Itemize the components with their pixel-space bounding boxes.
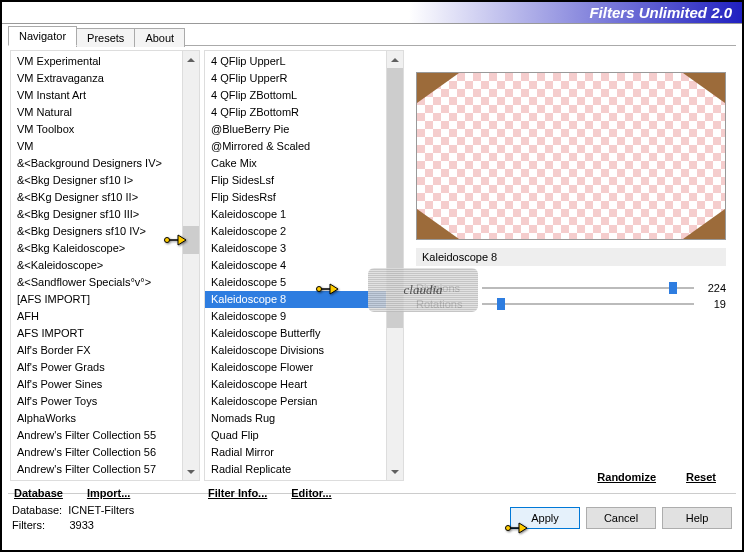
list-item[interactable]: @Mirrored & Scaled bbox=[205, 138, 386, 155]
scroll-thumb[interactable] bbox=[183, 226, 199, 254]
preview-links: Randomize Reset bbox=[408, 465, 734, 489]
scroll-up-icon[interactable] bbox=[183, 51, 199, 68]
list-item[interactable]: AFH bbox=[11, 308, 182, 325]
list-item[interactable]: @BlueBerry Pie bbox=[205, 121, 386, 138]
list-item[interactable]: &<Bkg Kaleidoscope> bbox=[11, 240, 182, 257]
list-item[interactable]: VM Extravaganza bbox=[11, 70, 182, 87]
filter-links: Filter Info... Editor... bbox=[204, 481, 404, 505]
list-item[interactable]: Kaleidoscope 9 bbox=[205, 308, 386, 325]
link-editor[interactable]: Editor... bbox=[291, 487, 331, 499]
list-item[interactable]: VM Experimental bbox=[11, 53, 182, 70]
category-list[interactable]: VM ExperimentalVM ExtravaganzaVM Instant… bbox=[11, 51, 182, 480]
list-item[interactable]: Andrew's Filter Collection 56 bbox=[11, 444, 182, 461]
link-filter-info[interactable]: Filter Info... bbox=[208, 487, 267, 499]
category-column: VM ExperimentalVM ExtravaganzaVM Instant… bbox=[8, 46, 202, 493]
list-item[interactable]: 4 QFlip UpperL bbox=[205, 53, 386, 70]
link-import[interactable]: Import... bbox=[87, 487, 130, 499]
scroll-down-icon[interactable] bbox=[387, 463, 403, 480]
scrollbar-categories[interactable] bbox=[182, 51, 199, 480]
controls-panel: Kaleidoscope 8 Divisions224Rotations19 bbox=[408, 248, 734, 314]
list-item[interactable]: Flip SidesLsf bbox=[205, 172, 386, 189]
scroll-thumb[interactable] bbox=[387, 68, 403, 328]
list-item[interactable]: &<Bkg Designers sf10 IV> bbox=[11, 223, 182, 240]
category-links: Database Import... bbox=[10, 481, 200, 505]
preview-column: Kaleidoscope 8 Divisions224Rotations19 R… bbox=[406, 46, 736, 493]
list-item[interactable]: Kaleidoscope 8 bbox=[205, 291, 386, 308]
list-item[interactable]: AlphaWorks bbox=[11, 410, 182, 427]
list-item[interactable]: Flip SidesRsf bbox=[205, 189, 386, 206]
link-randomize[interactable]: Randomize bbox=[597, 471, 656, 483]
list-item[interactable]: Alf's Power Sines bbox=[11, 376, 182, 393]
slider-thumb[interactable] bbox=[497, 298, 505, 310]
list-item[interactable]: Radial Mirror bbox=[205, 444, 386, 461]
tab-presets[interactable]: Presets bbox=[76, 28, 135, 47]
list-item[interactable]: 4 QFlip ZBottomL bbox=[205, 87, 386, 104]
list-item[interactable]: 4 QFlip ZBottomR bbox=[205, 104, 386, 121]
tab-navigator[interactable]: Navigator bbox=[8, 26, 77, 46]
list-item[interactable]: Kaleidoscope 2 bbox=[205, 223, 386, 240]
list-item[interactable]: Kaleidoscope 3 bbox=[205, 240, 386, 257]
list-item[interactable]: Kaleidoscope 5 bbox=[205, 274, 386, 291]
list-item[interactable]: Kaleidoscope Flower bbox=[205, 359, 386, 376]
cancel-button[interactable]: Cancel bbox=[586, 507, 656, 529]
list-item[interactable]: [AFS IMPORT] bbox=[11, 291, 182, 308]
list-item[interactable]: &<Bkg Designer sf10 III> bbox=[11, 206, 182, 223]
filter-list[interactable]: 4 QFlip UpperL4 QFlip UpperR4 QFlip ZBot… bbox=[205, 51, 386, 480]
list-item[interactable]: VM Instant Art bbox=[11, 87, 182, 104]
list-item[interactable]: Andrew's Filter Collection 57 bbox=[11, 461, 182, 478]
list-item[interactable]: Alf's Border FX bbox=[11, 342, 182, 359]
app-title: Filters Unlimited 2.0 bbox=[589, 4, 732, 21]
scroll-track[interactable] bbox=[387, 68, 403, 463]
slider-value: 224 bbox=[700, 282, 726, 294]
slider-row: Divisions224 bbox=[416, 282, 726, 294]
list-item[interactable]: Andrew's Filter Collection 55 bbox=[11, 427, 182, 444]
tab-about[interactable]: About bbox=[134, 28, 185, 47]
list-item[interactable]: Nomads Rug bbox=[205, 410, 386, 427]
list-item[interactable]: Kaleidoscope Divisions bbox=[205, 342, 386, 359]
list-item[interactable]: AFS IMPORT bbox=[11, 325, 182, 342]
list-item[interactable]: Kaleidoscope Butterfly bbox=[205, 325, 386, 342]
help-button[interactable]: Help bbox=[662, 507, 732, 529]
slider-thumb[interactable] bbox=[669, 282, 677, 294]
scroll-up-icon[interactable] bbox=[387, 51, 403, 68]
slider-label: Rotations bbox=[416, 298, 476, 310]
link-reset[interactable]: Reset bbox=[686, 471, 716, 483]
filter-column: 4 QFlip UpperL4 QFlip UpperR4 QFlip ZBot… bbox=[202, 46, 406, 493]
scroll-down-icon[interactable] bbox=[183, 463, 199, 480]
list-item[interactable]: &<Sandflower Specials°v°> bbox=[11, 274, 182, 291]
list-item[interactable]: 4 QFlip UpperR bbox=[205, 70, 386, 87]
status-text: Database: ICNET-Filters Filters: 3933 bbox=[12, 503, 510, 533]
preview-image bbox=[416, 72, 726, 240]
list-item[interactable]: Kaleidoscope Persian bbox=[205, 393, 386, 410]
list-item[interactable]: &<Background Designers IV> bbox=[11, 155, 182, 172]
slider-value: 19 bbox=[700, 298, 726, 310]
filter-name-label: Kaleidoscope 8 bbox=[416, 248, 726, 266]
list-item[interactable]: Quad Flip bbox=[205, 427, 386, 444]
scroll-track[interactable] bbox=[183, 68, 199, 463]
slider-row: Rotations19 bbox=[416, 298, 726, 310]
title-bar: Filters Unlimited 2.0 bbox=[2, 2, 742, 24]
list-item[interactable]: VM Natural bbox=[11, 104, 182, 121]
list-item[interactable]: &<Bkg Designer sf10 I> bbox=[11, 172, 182, 189]
apply-button[interactable]: Apply bbox=[510, 507, 580, 529]
list-item[interactable]: Alf's Power Grads bbox=[11, 359, 182, 376]
main-panel: VM ExperimentalVM ExtravaganzaVM Instant… bbox=[8, 45, 736, 493]
list-item[interactable]: Radial Replicate bbox=[205, 461, 386, 478]
list-item[interactable]: Kaleidoscope Heart bbox=[205, 376, 386, 393]
list-item[interactable]: Cake Mix bbox=[205, 155, 386, 172]
list-item[interactable]: &<BKg Designer sf10 II> bbox=[11, 189, 182, 206]
slider-track[interactable] bbox=[482, 303, 694, 305]
list-item[interactable]: &<Kaleidoscope> bbox=[11, 257, 182, 274]
list-item[interactable]: Alf's Power Toys bbox=[11, 393, 182, 410]
slider-label: Divisions bbox=[416, 282, 476, 294]
list-item[interactable]: Kaleidoscope 1 bbox=[205, 206, 386, 223]
list-item[interactable]: VM bbox=[11, 138, 182, 155]
tab-strip: Navigator Presets About bbox=[8, 26, 742, 45]
link-database[interactable]: Database bbox=[14, 487, 63, 499]
list-item[interactable]: Kaleidoscope 4 bbox=[205, 257, 386, 274]
list-item[interactable]: VM Toolbox bbox=[11, 121, 182, 138]
scrollbar-filters[interactable] bbox=[386, 51, 403, 480]
slider-track[interactable] bbox=[482, 287, 694, 289]
